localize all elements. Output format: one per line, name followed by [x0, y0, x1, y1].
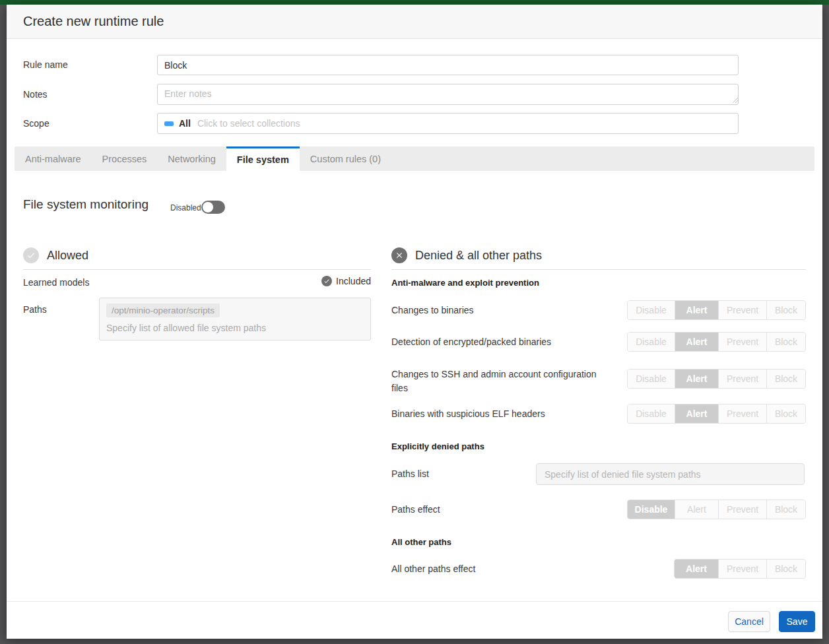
- footer-divider: [7, 601, 822, 602]
- monitoring-toggle-label: Disabled: [170, 203, 201, 212]
- denied-title: Denied & all other paths: [415, 249, 542, 263]
- collection-chip-icon: [164, 121, 174, 126]
- create-runtime-rule-modal: Create new runtime rule Rule name Notes …: [7, 5, 822, 639]
- cancel-button[interactable]: Cancel: [728, 611, 770, 632]
- disable-option[interactable]: Disable: [628, 333, 675, 351]
- learned-models-status: Included: [321, 276, 371, 286]
- included-check-icon: [321, 276, 332, 286]
- disable-option[interactable]: Disable: [628, 404, 675, 423]
- allowed-title: Allowed: [47, 249, 88, 263]
- denied-divider: [391, 269, 806, 270]
- scope-placeholder: Click to select collections: [197, 118, 300, 129]
- alert-option[interactable]: Alert: [675, 560, 718, 578]
- block-option[interactable]: Block: [766, 500, 805, 519]
- modal-title: Create new runtime rule: [23, 14, 164, 29]
- rule-name-input[interactable]: [157, 55, 739, 75]
- elf-headers-label: Binaries with suspicious ELF headers: [391, 404, 545, 424]
- disable-option[interactable]: Disable: [628, 370, 675, 388]
- paths-list-label: Paths list: [391, 463, 429, 485]
- tab-custom-rules[interactable]: Custom rules (0): [300, 146, 391, 171]
- rule-tabs: Anti-malware Processes Networking File s…: [15, 146, 814, 171]
- save-button[interactable]: Save: [779, 611, 815, 632]
- monitoring-toggle[interactable]: [201, 201, 225, 214]
- scope-label: Scope: [23, 113, 50, 134]
- alert-option[interactable]: Alert: [675, 404, 718, 423]
- file-system-monitoring-title: File system monitoring: [23, 197, 149, 212]
- explicitly-denied-heading: Explicitly denied paths: [391, 441, 484, 451]
- prevent-option[interactable]: Prevent: [718, 500, 766, 519]
- ssh-config-label: Changes to SSH and admin account configu…: [391, 368, 603, 395]
- disable-option[interactable]: Disable: [628, 301, 675, 319]
- allowed-check-icon: [23, 247, 39, 263]
- block-option[interactable]: Block: [766, 333, 805, 351]
- changes-to-binaries-effect-group: Disable Alert Prevent Block: [627, 300, 806, 320]
- rule-name-label: Rule name: [23, 55, 68, 75]
- block-option[interactable]: Block: [766, 560, 805, 578]
- toggle-knob: [203, 202, 213, 212]
- prevent-option[interactable]: Prevent: [718, 370, 766, 388]
- disable-option[interactable]: Disable: [628, 500, 675, 519]
- encrypted-binaries-effect-group: Disable Alert Prevent Block: [627, 332, 806, 352]
- block-option[interactable]: Block: [766, 404, 805, 423]
- alert-option[interactable]: Alert: [675, 333, 718, 351]
- prevent-option[interactable]: Prevent: [718, 560, 766, 578]
- tab-anti-malware[interactable]: Anti-malware: [15, 146, 92, 171]
- allowed-section: Allowed Learned models Included Paths /o…: [23, 246, 371, 270]
- all-other-paths-effect-group: Alert Prevent Block: [674, 559, 806, 579]
- denied-x-icon: [391, 247, 407, 263]
- block-option[interactable]: Block: [766, 370, 805, 388]
- denied-header: Denied & all other paths: [391, 246, 806, 265]
- tab-processes[interactable]: Processes: [92, 146, 158, 171]
- denied-paths-input[interactable]: [536, 463, 805, 485]
- elf-headers-effect-group: Disable Alert Prevent Block: [627, 404, 806, 424]
- allowed-header: Allowed: [23, 246, 371, 265]
- prevent-option[interactable]: Prevent: [718, 333, 766, 351]
- background-top-bar: [0, 0, 829, 5]
- tab-networking[interactable]: Networking: [157, 146, 226, 171]
- scope-field[interactable]: All Click to select collections: [157, 113, 739, 134]
- modal-header: Create new runtime rule: [7, 5, 822, 39]
- changes-to-binaries-label: Changes to binaries: [391, 300, 474, 320]
- allowed-divider: [23, 269, 371, 270]
- antimalware-heading: Anti-malware and exploit prevention: [391, 278, 539, 288]
- allowed-paths-input[interactable]: /opt/minio-operator/scripts Specify list…: [99, 298, 371, 340]
- all-other-paths-effect-label: All other paths effect: [391, 559, 475, 579]
- tab-file-system[interactable]: File system: [226, 146, 300, 171]
- ssh-config-effect-group: Disable Alert Prevent Block: [627, 369, 806, 389]
- paths-effect-label: Paths effect: [391, 499, 440, 519]
- prevent-option[interactable]: Prevent: [718, 404, 766, 423]
- paths-effect-group: Disable Alert Prevent Block: [627, 499, 806, 519]
- all-other-paths-heading: All other paths: [391, 537, 451, 547]
- denied-section: Denied & all other paths Anti-malware an…: [391, 246, 806, 270]
- encrypted-binaries-label: Detection of encrypted/packed binaries: [391, 332, 551, 352]
- block-option[interactable]: Block: [766, 301, 805, 319]
- notes-label: Notes: [23, 84, 48, 105]
- allowed-paths-label: Paths: [23, 304, 47, 315]
- prevent-option[interactable]: Prevent: [718, 301, 766, 319]
- allowed-path-tag[interactable]: /opt/minio-operator/scripts: [106, 304, 220, 317]
- included-text: Included: [336, 276, 371, 286]
- learned-models-label: Learned models: [23, 277, 89, 288]
- allowed-paths-placeholder: Specify list of allowed file system path…: [106, 323, 266, 333]
- scope-all-chip: All: [179, 118, 191, 129]
- alert-option[interactable]: Alert: [675, 370, 718, 388]
- notes-textarea[interactable]: [157, 84, 739, 105]
- alert-option[interactable]: Alert: [675, 500, 718, 519]
- alert-option[interactable]: Alert: [675, 301, 718, 319]
